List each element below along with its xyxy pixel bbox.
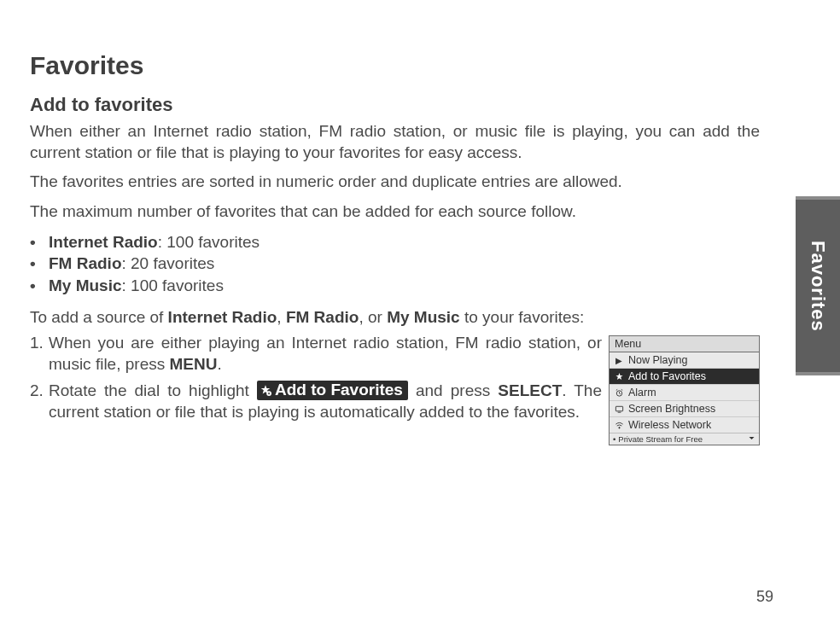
- paragraph-1: When either an Internet radio station, F…: [30, 121, 760, 163]
- list-item-label: FM Radio: [49, 254, 122, 272]
- list-item-label: Internet Radio: [49, 233, 158, 251]
- star-add-icon: [613, 372, 625, 381]
- steps-list: When you are either playing an Internet …: [30, 333, 602, 422]
- steps-and-menu: When you are either playing an Internet …: [30, 333, 760, 445]
- chevron-down-icon[interactable]: [748, 434, 755, 444]
- text: ,: [277, 308, 286, 326]
- page-number: 59: [756, 588, 773, 606]
- limits-list: Internet Radio: 100 favorites FM Radio: …: [30, 231, 760, 297]
- list-item-value: : 100 favorites: [158, 233, 260, 251]
- add-to-favorites-badge: Add to Favorites: [257, 381, 408, 400]
- section-title: Add to favorites: [30, 94, 760, 116]
- dot-icon: •: [613, 434, 615, 444]
- bold-text: FM Radio: [286, 308, 359, 326]
- bold-text: My Music: [387, 308, 460, 326]
- text: to your favorites:: [460, 308, 585, 326]
- play-icon: ▶: [613, 356, 625, 365]
- content-area: Favorites Add to favorites When either a…: [30, 51, 760, 445]
- menu-item-label: Wireless Network: [628, 419, 711, 431]
- alarm-icon: [613, 388, 625, 398]
- paragraph-3: The maximum number of favorites that can…: [30, 201, 760, 223]
- bold-text: SELECT: [498, 381, 562, 399]
- list-item: Internet Radio: 100 favorites: [30, 231, 760, 253]
- svg-point-4: [618, 427, 619, 428]
- menu-footer: • Private Stream for Free: [610, 433, 759, 445]
- svg-rect-2: [615, 406, 622, 411]
- step-1: When you are either playing an Internet …: [30, 333, 602, 375]
- menu-item-label: Screen Brightness: [628, 403, 715, 415]
- menu-item-label: Alarm: [628, 387, 656, 399]
- menu-item-add-to-favorites[interactable]: Add to Favorites: [610, 369, 759, 385]
- page-container: Favorites Add to favorites When either a…: [0, 0, 840, 640]
- list-item-value: : 20 favorites: [122, 254, 215, 272]
- star-add-icon: [260, 384, 271, 396]
- list-item-value: : 100 favorites: [122, 276, 224, 294]
- step-2: Rotate the dial to highlight Add to Favo…: [30, 381, 602, 423]
- instructions-lead: To add a source of Internet Radio, FM Ra…: [30, 307, 760, 329]
- steps-column: When you are either playing an Internet …: [30, 333, 602, 428]
- menu-item-wireless-network[interactable]: Wireless Network: [610, 417, 759, 433]
- svg-rect-3: [617, 412, 621, 413]
- badge-text: Add to Favorites: [275, 381, 403, 399]
- menu-footer-text: Private Stream for Free: [618, 434, 703, 444]
- wireless-icon: [613, 421, 625, 430]
- list-item-label: My Music: [49, 276, 122, 294]
- menu-item-now-playing[interactable]: ▶ Now Playing: [610, 352, 759, 369]
- list-item: My Music: 100 favorites: [30, 275, 760, 297]
- menu-item-alarm[interactable]: Alarm: [610, 385, 759, 401]
- text: .: [217, 355, 221, 373]
- menu-item-label: Add to Favorites: [628, 370, 706, 382]
- menu-column: Menu ▶ Now Playing Add to Favorites: [609, 335, 760, 445]
- bold-text: Internet Radio: [168, 308, 277, 326]
- bold-text: MENU: [169, 355, 217, 373]
- text: To add a source of: [30, 308, 168, 326]
- menu-item-screen-brightness[interactable]: Screen Brightness: [610, 401, 759, 417]
- page-title: Favorites: [30, 51, 760, 80]
- text: , or: [359, 308, 387, 326]
- brightness-icon: [613, 404, 625, 414]
- text: Rotate the dial to highlight: [49, 381, 257, 399]
- menu-item-label: Now Playing: [628, 354, 687, 366]
- menu-header: Menu: [610, 336, 759, 352]
- device-menu: Menu ▶ Now Playing Add to Favorites: [609, 335, 760, 445]
- text: When you are either playing an Internet …: [49, 334, 602, 373]
- paragraph-2: The favorites entries are sorted in nume…: [30, 172, 760, 193]
- list-item: FM Radio: 20 favorites: [30, 253, 760, 275]
- text: and press: [408, 381, 498, 399]
